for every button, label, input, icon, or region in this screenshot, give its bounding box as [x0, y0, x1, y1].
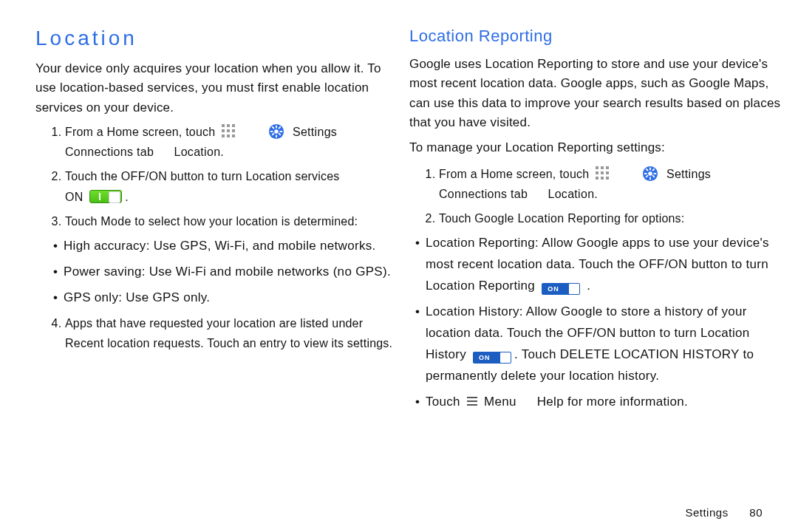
step-1-left: From a Home screen, touch Settings Conne…: [65, 122, 398, 162]
svg-point-11: [649, 171, 653, 176]
help-label: Help: [537, 395, 564, 409]
bullet-menu-help: Touch Menu Help for more information.: [415, 392, 786, 413]
location-label: Location.: [548, 188, 598, 200]
step-text: button to turn Location services: [171, 170, 340, 183]
glr-bullets: Location Reporting: Allow Google apps to…: [409, 233, 786, 412]
heading-location: Location: [35, 27, 398, 50]
step-1-right: From a Home screen, touch Settings Conne…: [439, 164, 786, 204]
settings-label: Settings: [666, 168, 711, 180]
bullet-label: Location Reporting: [426, 236, 535, 250]
off-on-label: OFF/ON: [121, 170, 167, 183]
steps-right: From a Home screen, touch Settings Conne…: [409, 164, 786, 229]
menu-icon: [467, 397, 477, 406]
on-label: ON: [65, 191, 83, 203]
step-2-left: Touch the OFF/ON button to turn Location…: [65, 166, 398, 206]
gear-icon: [642, 166, 658, 182]
step-text: for options:: [624, 212, 685, 225]
svg-rect-12: [649, 167, 651, 170]
step-text: Touch: [65, 215, 98, 228]
step-3-left: Touch Mode to select how your location i…: [65, 211, 398, 231]
bullet-text: for more information.: [567, 395, 688, 409]
step-text: From a Home screen, touch: [439, 168, 589, 180]
bullet-text: : Use Wi-Fi and mobile networks (no GPS)…: [142, 265, 391, 279]
toggle-on-blue-icon: ON: [542, 283, 580, 295]
bullet-label: Power saving: [64, 265, 142, 279]
steps-left-cont: Apps that have requested your location a…: [35, 313, 398, 353]
apps-grid-icon: [220, 123, 236, 139]
bullet-location-history: Location History: Allow Google to store …: [415, 301, 786, 387]
step-text: . Touch an entry to view its settings.: [200, 337, 392, 349]
svg-rect-14: [644, 173, 647, 174]
svg-rect-15: [654, 173, 657, 174]
mode-label: Mode: [100, 215, 131, 228]
delete-history-label: DELETE LOCATION HISTORY: [560, 347, 740, 361]
svg-rect-2: [276, 126, 277, 129]
lead-right: To manage your Location Reporting settin…: [409, 138, 786, 157]
footer-page-number: 80: [749, 506, 763, 519]
step-text: Touch: [439, 212, 471, 225]
settings-label: Settings: [293, 126, 337, 138]
step-text: From a Home screen, touch: [65, 126, 215, 138]
manual-page: Location Your device only acquires your …: [0, 0, 798, 532]
step-text: Touch the: [65, 170, 117, 183]
gear-icon: [268, 123, 284, 140]
bullet-text: : Use GPS only.: [118, 290, 210, 304]
recent-requests-label: Recent location requests: [65, 337, 200, 349]
mode-bullets: High accuracy: Use GPS, Wi-Fi, and mobil…: [35, 236, 398, 309]
bullet-gps-only: GPS only: Use GPS only.: [53, 287, 398, 309]
bullet-location-reporting: Location Reporting: Allow Google apps to…: [415, 233, 786, 297]
bullet-label: Location History: [426, 304, 519, 318]
svg-rect-3: [276, 135, 277, 138]
step-2-right: Touch Google Location Reporting for opti…: [439, 208, 786, 228]
heading-location-reporting: Location Reporting: [409, 27, 786, 46]
svg-rect-4: [270, 131, 273, 132]
bullet-power-saving: Power saving: Use Wi-Fi and mobile netwo…: [53, 262, 398, 283]
bullet-text: Touch: [426, 395, 460, 409]
footer-section: Settings: [685, 506, 728, 519]
bullet-label: GPS only: [64, 290, 118, 304]
connections-label: Connections tab: [65, 146, 154, 158]
step-4-left: Apps that have requested your location a…: [65, 313, 398, 353]
svg-rect-5: [280, 131, 283, 132]
menu-label: Menu: [484, 395, 516, 409]
intro-left: Your device only acquires your location …: [35, 59, 398, 117]
left-column: Location Your device only acquires your …: [35, 27, 409, 519]
bullet-text: : Use GPS, Wi-Fi, and mobile networks.: [146, 239, 376, 253]
bullet-text: .: [587, 279, 590, 293]
bullet-high-accuracy: High accuracy: Use GPS, Wi-Fi, and mobil…: [53, 236, 398, 257]
right-column: Location Reporting Google uses Location …: [409, 27, 798, 519]
step-text: to select how your location is determine…: [134, 215, 358, 228]
bullet-label: High accuracy: [64, 239, 146, 253]
apps-grid-icon: [594, 165, 610, 181]
bullet-text: . Touch: [514, 347, 556, 361]
page-footer: Settings 80: [685, 506, 763, 519]
glr-label: Google Location Reporting: [474, 212, 621, 225]
steps-left: From a Home screen, touch Settings Conne…: [35, 122, 398, 231]
toggle-on-blue-icon: ON: [473, 352, 511, 364]
toggle-on-icon: [89, 190, 122, 203]
connections-label: Connections tab: [439, 188, 528, 200]
intro-right: Google uses Location Reporting to store …: [409, 55, 786, 132]
location-label: Location.: [174, 146, 224, 158]
step-text: Apps that have requested your location a…: [65, 317, 363, 330]
svg-point-1: [275, 129, 279, 134]
svg-rect-13: [649, 177, 651, 180]
